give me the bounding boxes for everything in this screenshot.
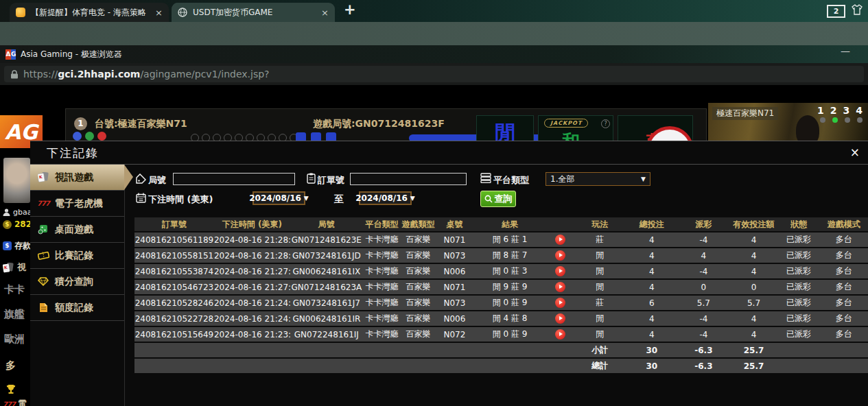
cell-status: 已派彩 — [778, 327, 820, 342]
asia-gaming-favicon: AG — [5, 49, 16, 60]
scoreboard-decoration — [296, 132, 306, 141]
cell-game-type: 百家樂 — [401, 280, 435, 294]
cell-table-no: N006 — [436, 311, 473, 326]
cell-time: 2024-08-16 21:24:56 — [214, 296, 290, 310]
cell-platform: 卡卡灣廳 — [363, 264, 401, 278]
deposit-button[interactable]: $ 存款 — [3, 240, 31, 252]
col-result: 結果 — [473, 217, 546, 231]
cell-replay — [546, 280, 574, 294]
play-video-button[interactable] — [555, 250, 565, 261]
cell-result: 閒 0 莊 9 — [473, 327, 546, 342]
sidebar-item-label: 積分查詢 — [55, 276, 93, 288]
jackpot-help-icon[interactable]: ? — [601, 119, 610, 128]
play-video-button[interactable] — [555, 329, 565, 339]
total-valid: 25.7 — [729, 359, 778, 373]
round-input[interactable] — [173, 173, 295, 185]
bet-table-wrap: 訂單號 下注時間 (美東) 局號 平台類型 遊戲類型 桌號 結果 玩法 總投注 … — [134, 216, 868, 374]
cell-total-bet: 4 — [626, 280, 678, 294]
seat-indicator: 1 — [74, 117, 87, 130]
lobby-tab-flagship[interactable]: 旗艦 — [4, 308, 25, 321]
video-games-menu[interactable]: K 視 — [3, 261, 26, 274]
sidebar-item-quota-records[interactable]: 額度記錄 — [30, 295, 124, 321]
cell-status: 已派彩 — [778, 248, 820, 263]
cell-platform: 卡卡灣廳 — [363, 296, 401, 310]
date-range-to-label: 至 — [334, 193, 344, 206]
username-row: gbaa — [3, 208, 32, 217]
lobby-tab-europe[interactable]: 歐洲 — [4, 333, 25, 346]
slots-menu[interactable]: 777 電 — [3, 398, 27, 406]
round-filter-label: 局號 — [148, 174, 166, 187]
bet-tie-box[interactable]: JACKPOT ? 和 — [538, 115, 613, 141]
cell-total-bet: 4 — [626, 248, 678, 263]
play-video-button[interactable] — [555, 298, 565, 308]
cell-round: GN0712481623A — [290, 280, 363, 294]
play-video-button[interactable] — [555, 313, 565, 324]
play-video-button[interactable] — [555, 282, 565, 292]
platform-filter-label: 平台類型 — [493, 174, 529, 187]
live-video-panel[interactable]: 極速百家樂N71 1234 — [708, 103, 868, 141]
date-caret-icon: ▼ — [304, 195, 309, 202]
cell-game-type: 百家樂 — [401, 248, 435, 263]
sidebar-item-match-records[interactable]: 比賽記錄 — [30, 243, 124, 269]
inner-address-bar[interactable]: https://gci.2hhapi.com/agingame/pcv1/ind… — [4, 66, 864, 82]
calendar-icon — [136, 193, 146, 206]
cell-table-no: N071 — [436, 232, 473, 247]
new-tab-button[interactable]: + — [344, 1, 356, 18]
user-icon — [3, 208, 10, 216]
cell-time: 2024-08-16 21:27:54 — [214, 264, 290, 278]
tab2-close-icon[interactable]: × — [321, 8, 329, 18]
cell-platform: 卡卡灣廳 — [363, 232, 401, 247]
select-caret-icon: ▼ — [641, 176, 646, 182]
total-bet: 30 — [626, 359, 678, 373]
table-row: 240816210553874 2024-08-16 21:27:54 GN00… — [134, 264, 868, 278]
cell-table-no: N073 — [436, 296, 473, 310]
camera-numbers[interactable]: 1234 — [817, 105, 863, 116]
table-row: 240816210558151 2024-08-16 21:28:23 GN07… — [134, 248, 868, 263]
cell-payout: -4 — [678, 327, 730, 342]
platform-select[interactable]: 1.全部 ▼ — [546, 172, 650, 186]
cell-replay — [546, 311, 574, 326]
cell-round: GN072248161IJ — [290, 327, 363, 342]
tab-sports[interactable]: 【新提醒】体育电竞 - 海燕策略 × — [10, 3, 169, 22]
bet-time-filter-label: 下注時間 (美東) — [148, 193, 213, 206]
tab-usdt-game[interactable]: USDT加密货币GAME × — [172, 3, 335, 22]
cell-total-bet: 4 — [626, 232, 678, 247]
cell-result: 閒 4 莊 8 — [473, 311, 546, 326]
date-to-picker[interactable]: 2024/08/16 ▼ — [359, 191, 412, 205]
theme-shirt-icon[interactable] — [851, 4, 863, 18]
cell-valid-bet: 4 — [729, 264, 778, 278]
game-header-strip: 1 台號:極速百家樂N71 遊戲局號:GN0712481623F 閒 JACKP… — [65, 108, 707, 141]
tag-icon — [136, 174, 146, 187]
tab1-close-icon[interactable]: × — [155, 8, 163, 18]
minimize-icon[interactable]: — — [841, 45, 850, 56]
trophy-icon[interactable] — [5, 384, 16, 397]
cell-time: 2024-08-16 21:27:05 — [214, 280, 290, 294]
sidebar-item-table-games[interactable]: 桌面遊戲 — [30, 217, 124, 243]
cell-payout: 4 — [678, 248, 730, 263]
cell-payout: -4 — [678, 232, 730, 247]
col-play-type: 玩法 — [574, 217, 626, 231]
col-time: 下注時間 (美東) — [214, 217, 290, 231]
cell-round: GN073248161J7 — [290, 296, 363, 310]
play-video-button[interactable] — [555, 266, 565, 276]
table-row: 240816210522728 2024-08-16 21:24:19 GN00… — [134, 311, 868, 326]
lobby-tab-kaka[interactable]: 卡卡 — [4, 283, 25, 296]
cell-valid-bet: 5.7 — [729, 296, 778, 310]
cell-table-no: N072 — [436, 327, 473, 342]
cell-time: 2024-08-16 21:23:26 — [214, 327, 290, 342]
play-video-button[interactable] — [555, 235, 565, 245]
sidebar-item-label: 視訊遊戲 — [55, 171, 93, 184]
cell-round: GN0712481623E — [290, 232, 363, 247]
cell-order: 240816210553874 — [134, 264, 214, 278]
lobby-tab-multi[interactable]: 多 — [5, 359, 16, 372]
sidebar-item-video-games[interactable]: K 視訊遊戲 — [30, 165, 124, 191]
close-icon[interactable]: × — [850, 145, 860, 159]
cell-order: 240816210522728 — [134, 311, 214, 326]
date-from-picker[interactable]: 2024/08/16 ▼ — [253, 191, 305, 205]
bet-player-box[interactable]: 閒 — [476, 115, 534, 141]
tab-count-badge[interactable]: 2 — [827, 5, 845, 18]
order-input[interactable] — [350, 173, 467, 185]
sidebar-item-points-inquiry[interactable]: 積分查詢 — [30, 269, 124, 295]
sidebar-item-slots[interactable]: 777 電子老虎機 — [30, 191, 124, 217]
search-button[interactable]: 查詢 — [480, 191, 516, 207]
